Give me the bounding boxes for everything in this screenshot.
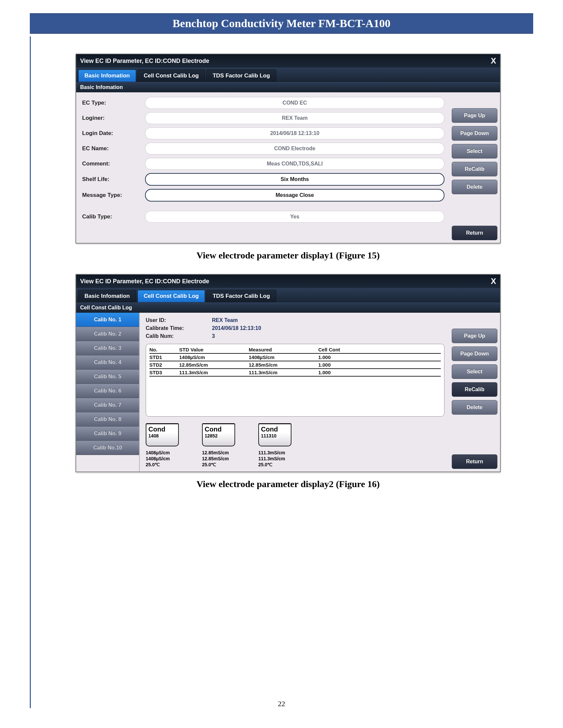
table-row: STD1 1408µS/cm 1408µS/cm 1.000 — [149, 354, 441, 361]
th-std-value: STD Value — [179, 347, 249, 352]
tab-row: Basic Infomation Cell Const Calib Log TD… — [76, 68, 500, 82]
doc-header: Benchtop Conductivity Meter FM-BCT-A100 — [30, 13, 533, 34]
calib-item-8[interactable]: Calib No. 8 — [76, 412, 139, 427]
beaker-line: 111.3mS/cm — [258, 456, 305, 462]
label-calib-type: Calib Type: — [82, 213, 138, 220]
cell: 1408µS/cm — [179, 354, 249, 360]
tab-basic-information[interactable]: Basic Infomation — [78, 290, 136, 302]
th-no: No. — [149, 347, 179, 352]
label-ec-type: EC Type: — [82, 100, 138, 106]
calib-item-1[interactable]: Calib No. 1 — [76, 313, 139, 327]
cell: 1.000 — [318, 354, 365, 360]
label-ec-name: EC Name: — [82, 145, 138, 152]
beaker-line: 111.3mS/cm — [258, 450, 305, 456]
calib-item-7[interactable]: Calib No. 7 — [76, 398, 139, 412]
page-down-button[interactable]: Page Down — [452, 346, 497, 361]
side-button-column: Page Up Page Down Select ReCalib Delete … — [450, 313, 500, 472]
cell: STD3 — [149, 370, 179, 375]
label-shelf-life: Shelf Life: — [82, 176, 138, 183]
cell: 1.000 — [318, 362, 365, 368]
select-button[interactable]: Select — [452, 364, 497, 379]
cell: STD1 — [149, 354, 179, 360]
label-calib-num: Calib Num: — [146, 333, 212, 339]
cell: 12.85mS/cm — [179, 362, 249, 368]
calib-item-10[interactable]: Calib No.10 — [76, 441, 139, 455]
value-message-type[interactable]: Message Close — [145, 189, 445, 202]
value-ec-type: COND EC — [145, 97, 445, 109]
beaker-line: 25.0℃ — [258, 462, 305, 468]
beaker-line: 12.85mS/cm — [202, 456, 248, 462]
table-row: STD2 12.85mS/cm 12.85mS/cm 1.000 — [149, 361, 441, 369]
beaker-title: Cond — [261, 426, 289, 433]
page-up-button[interactable]: Page Up — [452, 108, 497, 123]
beaker-num: 12852 — [205, 433, 232, 438]
value-calibrate-time: 2014/06/18 12:13:10 — [212, 325, 261, 331]
return-button[interactable]: Return — [452, 454, 497, 469]
recalib-button[interactable]: ReCalib — [452, 382, 497, 397]
tab-cell-const-calib-log[interactable]: Cell Const Calib Log — [137, 69, 205, 82]
beaker-row: Cond 1408 1408µS/cm 1408µS/cm 25.0℃ — [146, 423, 445, 468]
window-titlebar: View EC ID Parameter, EC ID:COND Electro… — [76, 54, 500, 68]
calib-item-4[interactable]: Calib No. 4 — [76, 355, 139, 370]
form-area: EC Type:COND EC Loginer:REX Team Login D… — [76, 92, 450, 243]
table-row: STD3 111.3mS/cm 111.3mS/cm 1.000 — [149, 369, 441, 377]
beaker-title: Cond — [205, 426, 232, 433]
beaker-line: 1408µS/cm — [146, 456, 192, 462]
beaker-line: 12.85mS/cm — [202, 450, 248, 456]
std-table: No. STD Value Measured Cell Cont STD1 14… — [146, 344, 445, 417]
page-number: 22 — [0, 700, 563, 708]
calib-item-5[interactable]: Calib No. 5 — [76, 370, 139, 384]
recalib-button[interactable]: ReCalib — [452, 162, 497, 176]
beaker-icon: Cond 12852 — [202, 423, 235, 446]
calib-item-2[interactable]: Calib No. 2 — [76, 327, 139, 341]
panel-subtitle: Cell Const Calib Log — [76, 302, 500, 313]
delete-button[interactable]: Delete — [452, 400, 497, 415]
label-comment: Comment: — [82, 160, 138, 167]
beaker-line: 25.0℃ — [202, 462, 248, 468]
tab-basic-information[interactable]: Basic Infomation — [78, 69, 136, 82]
beaker-icon: Cond 111310 — [258, 423, 292, 446]
select-button[interactable]: Select — [452, 144, 497, 159]
tab-cell-const-calib-log[interactable]: Cell Const Calib Log — [137, 290, 205, 302]
close-icon[interactable]: X — [491, 277, 496, 286]
calib-item-6[interactable]: Calib No. 6 — [76, 384, 139, 398]
window-title: View EC ID Parameter, EC ID:COND Electro… — [80, 58, 209, 65]
label-user-id: User ID: — [146, 317, 212, 323]
close-icon[interactable]: X — [491, 56, 496, 66]
beaker-3: Cond 111310 111.3mS/cm 111.3mS/cm 25.0℃ — [258, 423, 305, 468]
tab-tds-factor-calib-log[interactable]: TDS Factor Calib Log — [206, 290, 276, 302]
cell: 1408µS/cm — [249, 354, 318, 360]
beaker-line: 1408µS/cm — [146, 450, 192, 456]
return-button[interactable]: Return — [452, 226, 497, 240]
value-shelf-life[interactable]: Six Months — [145, 173, 445, 186]
page-up-button[interactable]: Page Up — [452, 329, 497, 343]
th-cell-cont: Cell Cont — [318, 347, 365, 352]
window-title: View EC ID Parameter, EC ID:COND Electro… — [80, 278, 209, 285]
window-titlebar: View EC ID Parameter, EC ID:COND Electro… — [76, 275, 500, 288]
tab-row: Basic Infomation Cell Const Calib Log TD… — [76, 288, 500, 302]
beaker-icon: Cond 1408 — [146, 423, 179, 446]
calib-item-9[interactable]: Calib No. 9 — [76, 427, 139, 441]
delete-button[interactable]: Delete — [452, 180, 497, 194]
beaker-1: Cond 1408 1408µS/cm 1408µS/cm 25.0℃ — [146, 423, 192, 468]
figure-16-caption: View electrode parameter display2 (Figur… — [43, 479, 533, 489]
calib-list: Calib No. 1 Calib No. 2 Calib No. 3 Cali… — [76, 313, 140, 472]
left-margin-rule — [30, 36, 31, 708]
figure-15-caption: View electrode parameter display1 (Figur… — [43, 250, 533, 261]
calib-item-3[interactable]: Calib No. 3 — [76, 341, 139, 355]
th-measured: Measured — [249, 347, 318, 352]
cell: STD2 — [149, 362, 179, 368]
value-calib-num: 3 — [212, 333, 215, 339]
beaker-num: 1408 — [148, 433, 176, 438]
page-down-button[interactable]: Page Down — [452, 126, 497, 141]
tab-tds-factor-calib-log[interactable]: TDS Factor Calib Log — [206, 69, 276, 82]
screenshot-1: View EC ID Parameter, EC ID:COND Electro… — [75, 54, 501, 244]
cell: 1.000 — [318, 370, 365, 375]
value-login-date: 2014/06/18 12:13:10 — [145, 127, 445, 139]
beaker-2: Cond 12852 12.85mS/cm 12.85mS/cm 25.0℃ — [202, 423, 248, 468]
screenshot-2: View EC ID Parameter, EC ID:COND Electro… — [75, 274, 501, 472]
cell: 111.3mS/cm — [249, 370, 318, 375]
label-login-date: Login Date: — [82, 130, 138, 137]
value-loginer: REX Team — [145, 112, 445, 124]
side-button-column: Page Up Page Down Select ReCalib Delete … — [450, 92, 500, 243]
